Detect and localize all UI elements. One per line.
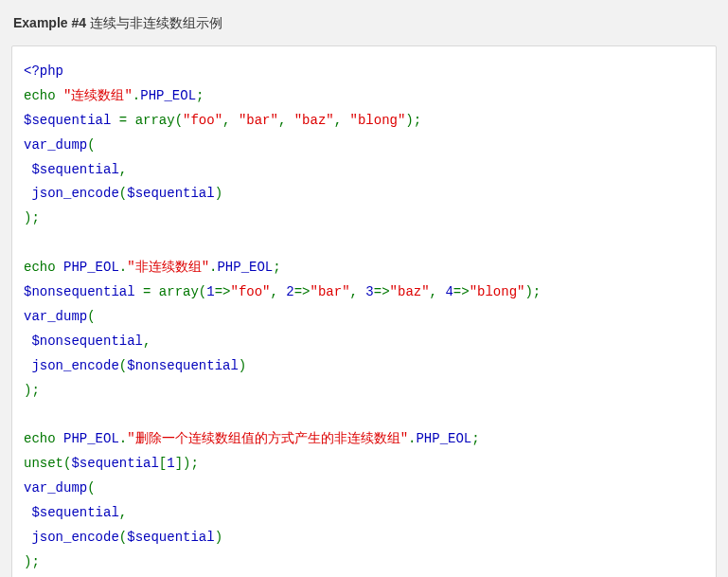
op: ; [273,260,280,275]
str: "foo" [183,113,222,128]
code-block: <?php echo "连续数组".PHP_EOL; $sequential =… [11,45,717,577]
op: ( [87,309,95,324]
kw-unset: unset [24,456,63,471]
example-container: Example #4连续与非连续数组示例 <?php echo "连续数组".P… [0,0,728,577]
op: , [271,284,287,299]
op: ; [31,210,39,225]
example-number: Example #4 [13,15,86,30]
var: $nonsequential [127,358,239,373]
str: "删除一个连续数组值的方式产生的非连续数组" [127,431,408,446]
op: ( [87,137,95,153]
op: ( [175,113,183,128]
op: , [143,334,151,349]
kw-array: array [135,113,175,128]
op: ( [119,358,127,373]
example-caption: 连续与非连续数组示例 [90,15,222,30]
op: => [453,284,470,299]
fn: var_dump [24,309,87,324]
op: ( [119,530,127,545]
op: ; [31,554,39,569]
op: , [430,284,446,299]
const: PHP_EOL [416,431,471,446]
str: "blong" [350,113,406,128]
op: . [133,88,140,103]
op: = [143,284,159,299]
op: ( [119,186,127,201]
op: ( [199,284,206,299]
op: [ [159,456,167,471]
var: $sequential [127,186,214,201]
var: $sequential [24,505,119,520]
num: 4 [445,284,453,299]
op: ; [414,113,421,128]
var: $nonsequential [24,284,143,299]
op: , [334,113,350,128]
fn: var_dump [24,480,87,496]
fn: var_dump [24,137,87,153]
op: => [294,284,311,299]
num: 3 [365,284,373,299]
num: 1 [206,284,214,299]
var: $sequential [24,162,119,177]
op: . [119,431,127,446]
op: , [278,113,294,128]
op: ) [239,358,246,373]
kw-array: array [159,284,199,299]
op: ; [31,383,39,398]
fn: json_encode [24,530,119,545]
op: => [215,284,231,299]
var: $nonsequential [24,334,143,349]
op: ; [196,88,204,103]
num: 2 [286,284,293,299]
op: . [119,260,127,275]
const: PHP_EOL [140,88,196,103]
var: $sequential [24,113,119,128]
op: ; [190,456,198,471]
var: $sequential [127,530,214,545]
str: "bar" [311,284,350,299]
example-title: Example #4连续与非连续数组示例 [13,15,717,32]
fn: json_encode [24,186,119,201]
op: , [119,505,127,520]
op: ( [87,480,95,496]
const: PHP_EOL [63,431,119,446]
kw-echo: echo [24,431,63,446]
op: ) [524,284,532,299]
op: ] [175,456,183,471]
kw-echo: echo [24,88,63,103]
str: "bar" [239,113,278,128]
op: => [374,284,390,299]
op: , [119,162,127,177]
op: ) [405,113,413,128]
str: "baz" [390,284,430,299]
const: PHP_EOL [63,260,119,275]
php-open-tag: <?php [24,63,63,79]
str: "foo" [230,284,270,299]
op: ) [215,530,222,545]
str: "baz" [294,113,334,128]
op: ; [471,431,479,446]
num: 1 [167,456,174,471]
code: <?php echo "连续数组".PHP_EOL; $sequential =… [24,60,704,577]
op: ) [215,186,222,201]
op: = [119,113,135,128]
op: ; [533,284,541,299]
var: $sequential [71,456,158,471]
op: , [350,284,366,299]
const: PHP_EOL [217,260,273,275]
fn: json_encode [24,358,119,373]
str: "非连续数组" [127,260,209,275]
str: "连续数组" [63,88,133,103]
op: , [222,113,239,128]
kw-echo: echo [24,260,63,275]
str: "blong" [470,284,525,299]
